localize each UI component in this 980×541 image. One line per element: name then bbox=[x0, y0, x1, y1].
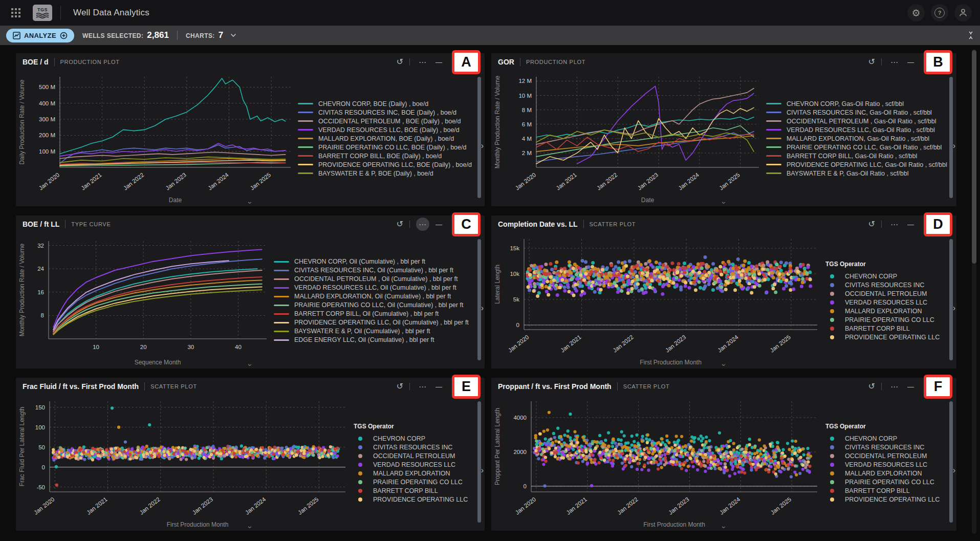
legend-item[interactable]: CHEVRON CORP bbox=[824, 435, 946, 442]
legend-item[interactable]: BAYSWATER E & P, Oil (Cumulative) , bbl … bbox=[274, 328, 474, 335]
minimize-icon[interactable]: — bbox=[907, 383, 914, 390]
chevron-down-icon[interactable]: › bbox=[246, 202, 254, 204]
page-scrollbar[interactable] bbox=[972, 49, 976, 534]
legend-item[interactable]: CIVITAS RESOURCES INC, Oil (Cumulative) … bbox=[274, 267, 474, 274]
chevron-right-icon[interactable]: › bbox=[481, 141, 484, 150]
more-options-icon[interactable]: ⋯ bbox=[888, 218, 901, 231]
legend-item[interactable]: VERDAD RESOURCES LLC, BOE (Daily) , boe/… bbox=[298, 126, 474, 134]
legend-item[interactable]: MALLARD EXPLORATION bbox=[824, 470, 946, 477]
legend-item[interactable]: PROVIDENCE OPERATING LLC, BOE (Daily) , … bbox=[298, 161, 474, 168]
legend-item[interactable]: VERDAD RESOURCES LLC, Oil (Cumulative) ,… bbox=[274, 284, 474, 291]
legend-item[interactable]: CHEVRON CORP bbox=[824, 273, 946, 280]
legend-item[interactable]: BAYSWATER E & P, Gas-Oil Ratio , scf/bbl bbox=[766, 170, 946, 177]
legend-scrollbar[interactable] bbox=[477, 401, 481, 523]
legend-item[interactable]: PROVIDENCE OPERATING LLC bbox=[353, 496, 474, 503]
legend-item[interactable]: PRAIRIE OPERATING CO LLC bbox=[824, 479, 946, 486]
legend-item[interactable]: EDGE ENERGY LLC, Oil (Cumulative) , bbl … bbox=[274, 336, 474, 343]
legend-item[interactable]: MALLARD EXPLORATION bbox=[824, 308, 946, 315]
charts-dropdown-button[interactable] bbox=[230, 33, 236, 37]
analyze-button[interactable]: ANALYZE bbox=[6, 29, 74, 42]
legend-item[interactable]: VERDAD RESOURCES LLC bbox=[824, 299, 946, 306]
legend-item[interactable]: CIVITAS RESOURCES INC bbox=[824, 444, 946, 451]
chevron-down-icon[interactable]: › bbox=[246, 364, 254, 366]
legend-item[interactable]: OCCIDENTAL PETROLEUM , Gas-Oil Ratio , s… bbox=[766, 118, 946, 125]
chevron-down-icon[interactable]: › bbox=[720, 364, 728, 366]
scrollbar-thumb[interactable] bbox=[972, 50, 976, 264]
legend-item[interactable]: CHEVRON CORP, Gas-Oil Ratio , scf/bbl bbox=[766, 100, 946, 107]
legend-item[interactable]: OCCIDENTAL PETROLEUM , Oil (Cumulative) … bbox=[274, 275, 474, 283]
legend-item[interactable]: BARRETT CORP BILL, Gas-Oil Ratio , scf/b… bbox=[766, 153, 946, 160]
legend-item[interactable]: VERDAD RESOURCES LLC bbox=[824, 461, 946, 468]
chart-canvas[interactable]: 05k10k15kJan 2020Jan 2021Jan 2022Jan 202… bbox=[491, 233, 824, 369]
minimize-icon[interactable]: — bbox=[435, 221, 442, 228]
chart-canvas[interactable]: 100 M200 M300 M400 M500 MJan 2020Jan 202… bbox=[16, 71, 298, 206]
chevron-right-icon[interactable]: › bbox=[481, 466, 484, 475]
legend-item[interactable]: PROVIDENCE OPERATING LLC bbox=[824, 496, 946, 503]
legend-item[interactable]: CIVITAS RESOURCES INC, Gas-Oil Ratio , s… bbox=[766, 109, 946, 116]
reset-zoom-icon[interactable]: ↺ bbox=[397, 382, 403, 391]
reset-zoom-icon[interactable]: ↺ bbox=[868, 220, 875, 228]
legend-item[interactable]: PRAIRIE OPERATING CO LLC bbox=[353, 479, 474, 486]
legend-scrollbar[interactable] bbox=[949, 239, 953, 360]
more-options-icon[interactable]: ⋯ bbox=[888, 55, 901, 69]
legend-item[interactable]: MALLARD EXPLORATION, BOE (Daily) , boe/d bbox=[298, 135, 474, 142]
legend-item[interactable]: BARRETT CORP BILL bbox=[824, 325, 946, 332]
minimize-icon[interactable]: — bbox=[435, 59, 442, 66]
legend-item[interactable]: PRAIRIE OPERATING CO LLC, Oil (Cumulativ… bbox=[274, 301, 474, 309]
legend-item[interactable]: MALLARD EXPLORATION, Gas-Oil Ratio , scf… bbox=[766, 135, 946, 142]
minimize-icon[interactable]: — bbox=[435, 383, 442, 390]
legend-item[interactable]: VERDAD RESOURCES LLC bbox=[353, 461, 474, 468]
legend-item[interactable]: BAYSWATER E & P, BOE (Daily) , boe/d bbox=[298, 170, 474, 177]
legend-item[interactable]: PRAIRIE OPERATING CO LLC bbox=[824, 316, 946, 323]
legend-item[interactable]: PROVIDENCE OPERATING LLC bbox=[824, 334, 946, 341]
legend-item[interactable]: CIVITAS RESOURCES INC bbox=[353, 444, 474, 451]
more-options-icon[interactable]: ⋯ bbox=[888, 380, 901, 393]
chart-canvas[interactable]: 020004000Jan 2020Jan 2021Jan 2022Jan 202… bbox=[491, 395, 824, 531]
chart-canvas[interactable]: 816243210203040Sequence MonthMonthly Pro… bbox=[16, 233, 274, 369]
legend-item[interactable]: CHEVRON CORP, BOE (Daily) , boe/d bbox=[298, 100, 474, 107]
help-button[interactable]: ? bbox=[931, 4, 948, 21]
legend-item[interactable]: MALLARD EXPLORATION bbox=[353, 470, 474, 477]
legend-scrollbar[interactable] bbox=[477, 77, 481, 198]
reset-zoom-icon[interactable]: ↺ bbox=[868, 58, 875, 66]
chevron-down-icon[interactable]: › bbox=[720, 202, 728, 204]
legend-item[interactable]: OCCIDENTAL PETROLEUM bbox=[353, 452, 474, 460]
minimize-icon[interactable]: — bbox=[907, 221, 914, 228]
chevron-right-icon[interactable]: › bbox=[953, 141, 955, 150]
legend-item[interactable]: CIVITAS RESOURCES INC bbox=[824, 282, 946, 289]
legend-item[interactable]: PRAIRIE OPERATING CO LLC, Gas-Oil Ratio … bbox=[766, 144, 946, 151]
more-options-icon[interactable]: ⋯ bbox=[416, 218, 429, 231]
legend-item[interactable]: BARRETT CORP BILL bbox=[824, 487, 946, 494]
legend-scrollbar[interactable] bbox=[477, 239, 481, 360]
chevron-right-icon[interactable]: › bbox=[953, 304, 955, 313]
minimize-icon[interactable]: — bbox=[907, 59, 914, 66]
reset-zoom-icon[interactable]: ↺ bbox=[397, 58, 403, 66]
chevron-down-icon[interactable]: › bbox=[246, 526, 254, 529]
chevron-right-icon[interactable]: › bbox=[481, 304, 484, 313]
legend-item[interactable]: BARRETT CORP BILL, Oil (Cumulative) , bb… bbox=[274, 310, 474, 317]
chart-canvas[interactable]: -50050100150Jan 2020Jan 2021Jan 2022Jan … bbox=[16, 395, 353, 531]
legend-item[interactable]: PRAIRIE OPERATING CO LLC, BOE (Daily) , … bbox=[298, 144, 474, 151]
chart-canvas[interactable]: 2 M4 M6 M8 M10 M12 MJan 2020Jan 2021Jan … bbox=[491, 71, 766, 206]
account-button[interactable] bbox=[954, 4, 972, 21]
apps-grid-icon[interactable] bbox=[11, 8, 20, 17]
legend-item[interactable]: PROVIDENCE OPERATING LLC, Oil (Cumulativ… bbox=[274, 319, 474, 326]
chevron-right-icon[interactable]: › bbox=[953, 466, 955, 475]
collapse-all-button[interactable] bbox=[967, 31, 975, 41]
legend-item[interactable]: OCCIDENTAL PETROLEUM bbox=[824, 452, 946, 460]
legend-item[interactable]: CIVITAS RESOURCES INC, BOE (Daily) , boe… bbox=[298, 109, 474, 116]
legend-item[interactable]: BARRETT CORP BILL, BOE (Daily) , boe/d bbox=[298, 153, 474, 160]
more-options-icon[interactable]: ⋯ bbox=[416, 55, 429, 69]
legend-scrollbar[interactable] bbox=[949, 77, 953, 198]
reset-zoom-icon[interactable]: ↺ bbox=[868, 382, 875, 391]
legend-item[interactable]: BARRETT CORP BILL bbox=[353, 487, 474, 494]
chevron-down-icon[interactable]: › bbox=[720, 526, 728, 529]
legend-item[interactable]: VERDAD RESOURCES LLC, Gas-Oil Ratio , sc… bbox=[766, 126, 946, 134]
legend-item[interactable]: PROVIDENCE OPERATING LLC, Gas-Oil Ratio … bbox=[766, 161, 946, 168]
legend-item[interactable]: OCCIDENTAL PETROLEUM bbox=[824, 290, 946, 297]
settings-button[interactable]: ⚙ bbox=[907, 4, 925, 21]
more-options-icon[interactable]: ⋯ bbox=[416, 380, 429, 393]
tgs-logo[interactable]: TGS bbox=[33, 5, 52, 21]
reset-zoom-icon[interactable]: ↺ bbox=[397, 220, 403, 228]
legend-item[interactable]: CHEVRON CORP, Oil (Cumulative) , bbl per… bbox=[274, 258, 474, 265]
